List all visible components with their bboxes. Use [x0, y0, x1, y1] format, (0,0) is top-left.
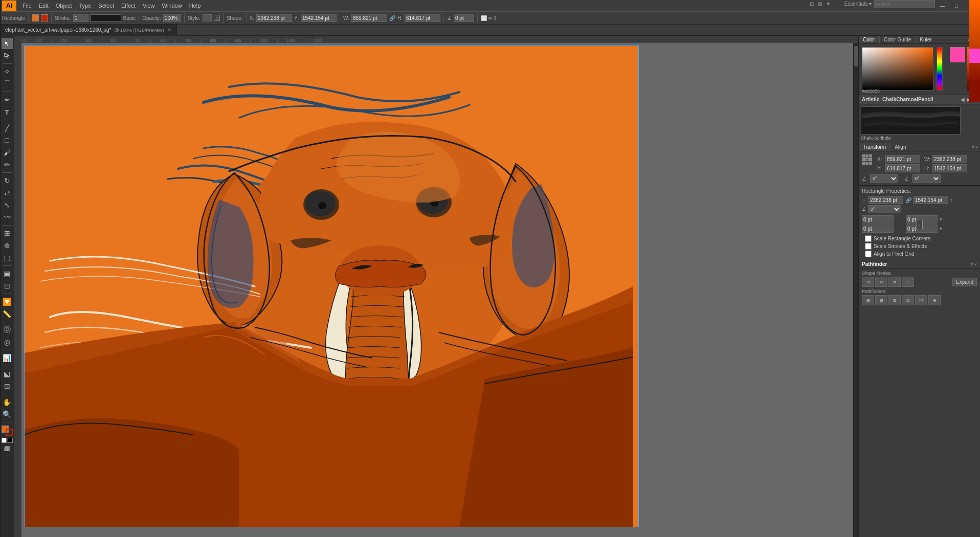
icon-star[interactable]: ✦ [824, 0, 832, 11]
link-wh-icon[interactable]: 🔗 [905, 197, 911, 203]
stroke-swatch[interactable] [41, 14, 48, 21]
scale-strokes-checkbox[interactable] [865, 243, 872, 250]
document-tab[interactable]: elephant_vector_art-wallpaper-1680x1260.… [0, 25, 177, 36]
y-coord-input[interactable] [301, 14, 337, 22]
x-coord-input[interactable] [256, 14, 292, 22]
pathfinder-menu-icon[interactable]: ≡ [970, 262, 973, 267]
angle-input[interactable] [454, 14, 474, 22]
transform-w-input[interactable] [932, 155, 967, 163]
mesh-tool[interactable]: ⊡ [2, 280, 13, 292]
rect-h-input[interactable] [914, 196, 948, 204]
opacity-input[interactable] [163, 14, 181, 22]
free-transform-tool[interactable]: ⊞ [2, 228, 13, 239]
lasso-tool[interactable]: ⌒ [2, 78, 13, 90]
column-graph-tool[interactable]: 📊 [2, 352, 13, 364]
w-coord-input[interactable] [351, 14, 387, 22]
search-input[interactable] [874, 0, 935, 8]
reflect-tool[interactable]: ⇄ [2, 187, 13, 198]
direct-selection-tool[interactable] [2, 50, 13, 61]
transform-h-input[interactable] [932, 164, 967, 172]
menu-help[interactable]: Help [186, 2, 204, 10]
pathfinder-close-icon[interactable]: × [974, 262, 977, 267]
menu-object[interactable]: Object [53, 2, 75, 10]
perspective-tool[interactable]: ⬚ [2, 252, 13, 263]
rect-w-input[interactable] [868, 196, 903, 204]
intersect-btn[interactable]: ⊗ [888, 277, 901, 287]
gradient-tool[interactable]: ▣ [2, 268, 13, 279]
artboard-tool[interactable]: ⬕ [2, 368, 13, 379]
transform-icon[interactable]: ⬜ [481, 15, 487, 21]
essentials-label[interactable]: Essentials ▾ [842, 0, 874, 11]
color-gradient-area[interactable] [862, 47, 933, 91]
reflect-h-icon[interactable]: ⇔ [488, 15, 492, 21]
corner-tl-input[interactable] [862, 215, 894, 223]
corner-br-more-icon[interactable]: ▾ [940, 226, 942, 231]
angle-select-2[interactable]: 0° [912, 174, 941, 183]
minimize-button[interactable]: — [935, 0, 949, 11]
minus-back-btn[interactable]: ⊕ [928, 295, 941, 305]
merge-btn[interactable]: ⊠ [888, 295, 901, 305]
scale-tool[interactable]: ⤡ [2, 199, 13, 211]
slice-tool[interactable]: ⊡ [2, 381, 13, 392]
screen-mode-icon[interactable]: ⊡ [808, 0, 816, 11]
menu-view[interactable]: View [140, 2, 158, 10]
menu-select[interactable]: Select [95, 2, 117, 10]
scale-corners-checkbox[interactable] [865, 235, 872, 242]
pen-tool[interactable]: ✒ [2, 94, 13, 105]
corner-link-icon[interactable]: ○ [917, 219, 923, 230]
magic-wand-tool[interactable]: ✧ [2, 66, 13, 77]
shape-builder-tool[interactable]: ⊕ [2, 240, 13, 251]
corner-bl-input[interactable] [862, 225, 894, 233]
rotate-tool[interactable]: ↻ [2, 175, 13, 186]
angle-select-1[interactable]: 0° [870, 174, 898, 183]
scrollbar-thumb[interactable] [854, 46, 858, 66]
minus-front-btn[interactable]: ⊖ [875, 277, 887, 287]
crop-btn[interactable]: ⊡ [902, 295, 914, 305]
tab-close-icon[interactable]: ✕ [167, 27, 171, 33]
constrain-proportions-icon[interactable]: 🔗 [389, 15, 395, 21]
corner-tr-more-icon[interactable]: ▾ [940, 217, 942, 222]
reflect-v-icon[interactable]: ⇕ [493, 15, 497, 21]
kuler-tab[interactable]: Kuler [916, 36, 936, 43]
hand-tool[interactable]: ✋ [2, 396, 13, 408]
color-tab[interactable]: Color [859, 36, 880, 43]
fill-black-icon[interactable] [8, 438, 13, 443]
align-pixel-checkbox[interactable] [865, 251, 872, 257]
transform-panel-menu-icon[interactable]: ≡ [971, 145, 974, 150]
transform-x-input[interactable] [885, 155, 920, 163]
zoom-tool[interactable]: 🔍 [2, 409, 13, 420]
menu-effect[interactable]: Effect [118, 2, 139, 10]
blend-tool[interactable]: ⓪ [2, 324, 13, 335]
brush-stroke-preview[interactable] [861, 106, 961, 135]
unite-btn[interactable]: ⊕ [862, 277, 874, 287]
divide-btn[interactable]: ⊞ [862, 295, 874, 305]
menu-file[interactable]: File [19, 2, 35, 10]
transform-panel-close-icon[interactable]: × [975, 145, 978, 150]
canvas-area[interactable]: 0 100 200 300 400 500 600 700 800 900 10… [14, 36, 858, 537]
measure-tool[interactable]: 📏 [2, 308, 13, 320]
fill-stroke-indicator[interactable] [2, 426, 13, 436]
style-chain-icon[interactable]: ○ [214, 15, 220, 21]
brush-prev-icon[interactable]: ◀ [961, 97, 965, 102]
menu-window[interactable]: Window [159, 2, 185, 10]
expand-button[interactable]: Expand [952, 278, 977, 286]
menu-type[interactable]: Type [76, 2, 95, 10]
trim-btn[interactable]: ⊟ [875, 295, 887, 305]
fill-swatch[interactable] [32, 14, 39, 21]
color-guide-tab[interactable]: Color Guide [880, 36, 916, 43]
selection-tool[interactable] [2, 38, 13, 49]
maximize-button[interactable]: □ [949, 0, 964, 11]
arrange-icon[interactable]: ⊞ [816, 0, 824, 11]
h-coord-input[interactable] [405, 14, 440, 22]
rectangle-tool[interactable]: □ [2, 135, 13, 146]
align-tab[interactable]: Align [890, 143, 910, 151]
exclude-btn[interactable]: ⊙ [902, 277, 914, 287]
change-screen-mode-icon[interactable]: □ [5, 446, 10, 451]
current-color-swatch[interactable] [950, 47, 965, 62]
stroke-weight-input[interactable] [73, 14, 88, 22]
transform-tab[interactable]: Transform [859, 143, 890, 151]
rect-angle-select[interactable]: 0° [868, 205, 901, 213]
right-color-gradient[interactable] [969, 36, 980, 102]
symbol-sprayer-tool[interactable]: ◎ [2, 337, 13, 348]
pencil-tool[interactable]: ✏ [2, 159, 13, 170]
